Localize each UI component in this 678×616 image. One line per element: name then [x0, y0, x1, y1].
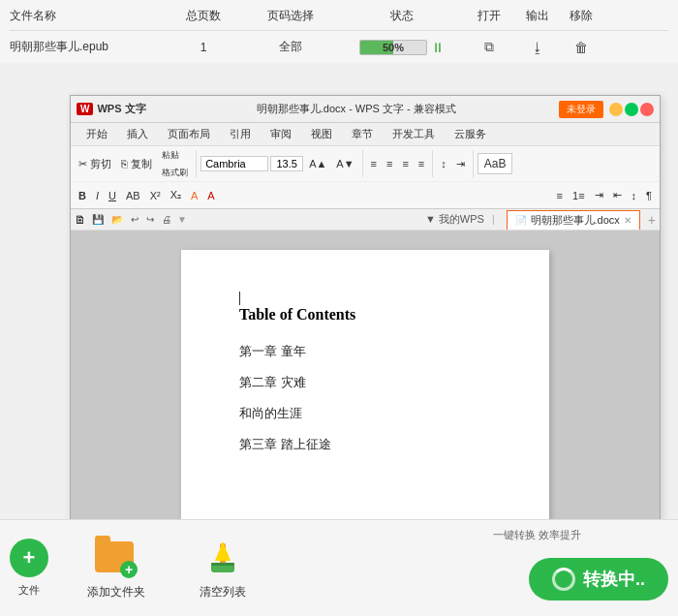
wps-titlebar: W WPS 文字 明朝那些事儿.docx - WPS 文字 - 兼容模式 未登录	[71, 96, 660, 123]
copy-button[interactable]: ⎘ 复制	[117, 155, 156, 173]
file-progress: 50% ⏸	[339, 40, 465, 55]
tab-devtools[interactable]: 开发工具	[383, 125, 445, 143]
wps-window: W WPS 文字 明朝那些事儿.docx - WPS 文字 - 兼容模式 未登录…	[70, 95, 661, 521]
redo-quick-button[interactable]: ↪	[144, 213, 156, 226]
style-group: ↕ ⇥	[437, 150, 474, 177]
tab-chapter[interactable]: 章节	[342, 125, 383, 143]
font-grow-button[interactable]: A▲	[305, 156, 330, 171]
close-button[interactable]	[640, 103, 654, 116]
open-quick-button[interactable]: 📂	[109, 213, 125, 226]
spacing-button[interactable]: ↕	[437, 156, 450, 171]
svg-marker-2	[215, 541, 231, 561]
header-status: 状态	[339, 8, 465, 24]
indent-button[interactable]: ⇥	[452, 156, 469, 172]
font-shrink-button[interactable]: A▼	[332, 156, 357, 171]
folder-icon: +	[95, 536, 138, 578]
header-total-pages: 总页数	[165, 8, 242, 24]
paragraph-spacing-button[interactable]: ¶	[642, 188, 656, 203]
line-spacing-button[interactable]: ↕	[628, 188, 641, 203]
tab-view[interactable]: 视图	[301, 125, 342, 143]
font-color-button[interactable]: A	[203, 188, 218, 203]
wps-title: 明朝那些事儿.docx - WPS 文字 - 兼容模式	[154, 102, 559, 116]
broom-icon	[201, 536, 244, 578]
font-name-input[interactable]	[200, 156, 268, 171]
remove-button[interactable]: 🗑	[562, 40, 601, 55]
pause-icon[interactable]: ⏸	[431, 40, 445, 55]
tab-layout[interactable]: 页面布局	[158, 125, 220, 143]
header-filename: 文件名称	[10, 8, 165, 24]
quick-dropdown[interactable]: ▼	[177, 214, 187, 225]
add-folder-button[interactable]: + 添加文件夹	[77, 536, 155, 601]
progress-text: 50%	[360, 41, 426, 54]
numbering-button[interactable]: 1≡	[569, 188, 589, 203]
doc-tab[interactable]: 📄 明朝那些事儿.docx ✕	[507, 210, 640, 230]
convert-button[interactable]: 转换中..	[529, 558, 668, 601]
strikethrough-button[interactable]: AB	[122, 188, 144, 203]
doc-tab-label: 明朝那些事儿.docx	[531, 213, 620, 228]
add-file-button[interactable]: + 文件	[0, 519, 58, 616]
tab-start[interactable]: 开始	[77, 125, 117, 143]
wps-quickbar: 🗎 💾 📂 ↩ ↪ 🖨 ▼ ▼ 我的WPS | 📄 明朝那些事儿.docx ✕ …	[71, 209, 660, 231]
open-button[interactable]: ⧉	[465, 39, 513, 55]
wps-login-button[interactable]: 未登录	[559, 101, 603, 118]
clear-list-label: 清空列表	[200, 584, 246, 601]
undo-quick-button[interactable]: ↩	[129, 213, 140, 226]
tab-references[interactable]: 引用	[220, 125, 261, 143]
window-controls	[609, 103, 654, 116]
font-size-input[interactable]	[270, 156, 303, 171]
wps-logo: W	[77, 103, 93, 115]
header-open: 打开	[465, 8, 513, 24]
wps-logo-label: WPS 文字	[97, 102, 145, 116]
wps-home-tab[interactable]: ▼ 我的WPS	[425, 212, 484, 227]
doc-close-button[interactable]: ✕	[624, 215, 632, 226]
header-page-select: 页码选择	[242, 8, 339, 24]
output-button[interactable]: ⭳	[513, 40, 562, 55]
indent-less-button[interactable]: ⇤	[609, 187, 626, 203]
align-left-button[interactable]: ≡	[367, 156, 381, 171]
subscript-button[interactable]: X₂	[167, 187, 185, 203]
underline-button[interactable]: U	[105, 188, 120, 203]
highlight-button[interactable]: A	[187, 188, 201, 203]
tab-review[interactable]: 审阅	[261, 125, 301, 143]
justify-button[interactable]: ≡	[415, 156, 428, 171]
print-quick-button[interactable]: 🖨	[160, 213, 173, 226]
maximize-button[interactable]	[625, 103, 638, 116]
indent-more-button[interactable]: ⇥	[591, 187, 607, 203]
file-page-select: 全部	[242, 39, 339, 55]
clear-list-button[interactable]: 清空列表	[184, 536, 262, 601]
bottom-bar: 一键转换 效率提升 + 文件 + 添加文件夹 清空列表	[0, 519, 678, 616]
separator: |	[492, 214, 495, 225]
superscript-button[interactable]: X²	[146, 188, 165, 203]
add-folder-label: 添加文件夹	[87, 584, 145, 601]
convert-spinner-icon	[552, 568, 575, 591]
toc-title: Table of Contents	[239, 306, 491, 323]
file-pages: 1	[165, 41, 242, 54]
paste-button[interactable]: 粘贴	[158, 147, 192, 164]
align-group: ≡ ≡ ≡ ≡	[367, 150, 434, 177]
tab-cloud[interactable]: 云服务	[445, 125, 496, 143]
document-page: Table of Contents 第一章 童年 第二章 灾难 和尚的生涯 第三…	[181, 250, 549, 520]
font-group: A▲ A▼	[200, 150, 362, 177]
doc-content-area: Table of Contents 第一章 童年 第二章 灾难 和尚的生涯 第三…	[71, 231, 660, 520]
align-right-button[interactable]: ≡	[398, 156, 412, 171]
bold-button[interactable]: B	[75, 188, 90, 203]
tab-insert[interactable]: 插入	[117, 125, 158, 143]
save-quick-button[interactable]: 💾	[90, 213, 106, 226]
italic-button[interactable]: I	[92, 188, 103, 203]
format-painter-button[interactable]: 格式刷	[158, 165, 192, 181]
file-row: 明朝那些事儿.epub 1 全部 50% ⏸ ⧉ ⭳ 🗑	[10, 31, 668, 63]
header-remove: 移除	[562, 8, 601, 24]
new-tab-button[interactable]: +	[648, 212, 656, 228]
preview-text: AaB	[478, 153, 513, 174]
wps-toolbar-2: B I U AB X² X₂ A A ≡ 1≡ ⇥ ⇤ ↕ ¶	[71, 181, 660, 208]
toc-item-3: 和尚的生涯	[239, 405, 491, 422]
wps-tabs: 开始 插入 页面布局 引用 审阅 视图 章节 开发工具 云服务	[71, 123, 660, 146]
svg-rect-3	[211, 563, 234, 566]
add-file-circle-icon: +	[10, 539, 48, 577]
align-center-button[interactable]: ≡	[383, 156, 396, 171]
bullets-button[interactable]: ≡	[553, 188, 567, 203]
cut-button[interactable]: ✂ 剪切	[75, 155, 115, 173]
minimize-button[interactable]	[609, 103, 623, 116]
wps-ribbon: 开始 插入 页面布局 引用 审阅 视图 章节 开发工具 云服务 ✂ 剪切 ⎘ 复…	[71, 123, 660, 209]
clipboard-group: ✂ 剪切 ⎘ 复制 粘贴 格式刷	[75, 150, 197, 177]
